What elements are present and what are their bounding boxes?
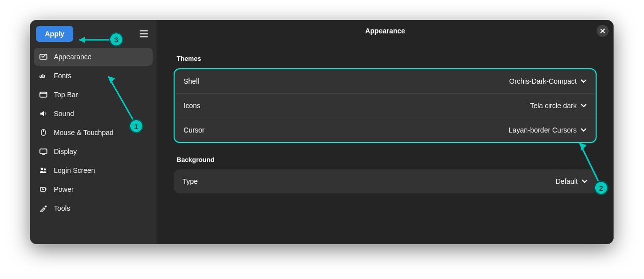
sidebar-item-label: Sound <box>54 110 74 118</box>
sidebar-item-label: Fonts <box>54 72 71 80</box>
mouse-icon <box>39 129 48 137</box>
shell-theme-row[interactable]: Shell Orchis-Dark-Compact <box>175 69 596 94</box>
sidebar-item-appearance[interactable]: Appearance <box>34 48 153 66</box>
fonts-icon: ab <box>39 72 48 80</box>
svg-text:ab: ab <box>39 73 45 79</box>
content-area: Themes Shell Orchis-Dark-Compact Icons T… <box>157 42 614 202</box>
sidebar-item-label: Login Screen <box>54 166 95 174</box>
themes-heading: Themes <box>177 55 594 62</box>
row-label: Type <box>183 177 198 185</box>
apply-button[interactable]: Apply <box>36 26 73 42</box>
svg-rect-6 <box>40 149 47 153</box>
login-icon <box>39 166 48 174</box>
close-icon <box>600 28 605 33</box>
row-value-text: Layan-border Cursors <box>509 126 577 134</box>
svg-rect-2 <box>40 92 47 97</box>
row-value-text: Orchis-Dark-Compact <box>509 77 577 85</box>
background-panel: Type Default <box>174 169 597 193</box>
sidebar-item-fonts[interactable]: ab Fonts <box>34 67 153 85</box>
sidebar-item-topbar[interactable]: Top Bar <box>34 86 153 104</box>
sidebar-item-label: Display <box>54 147 77 155</box>
sidebar-header: Apply <box>34 26 153 48</box>
sidebar-item-display[interactable]: Display <box>34 142 153 160</box>
annotation-marker-2: 2 <box>594 180 609 195</box>
sidebar-item-label: Mouse & Touchpad <box>54 129 114 137</box>
row-label: Cursor <box>184 126 205 134</box>
cursor-theme-dropdown[interactable]: Layan-border Cursors <box>509 126 587 134</box>
background-type-row[interactable]: Type Default <box>174 169 597 193</box>
display-icon <box>39 147 48 155</box>
close-button[interactable] <box>597 25 609 37</box>
hamburger-icon <box>140 30 148 37</box>
sound-icon <box>39 110 48 118</box>
row-value-text: Default <box>556 177 578 185</box>
sidebar-item-tools[interactable]: Tools <box>34 199 153 217</box>
sidebar-item-login[interactable]: Login Screen <box>34 161 153 179</box>
row-label: Icons <box>184 102 200 110</box>
chevron-down-icon <box>581 79 587 83</box>
sidebar-item-label: Appearance <box>54 53 92 61</box>
power-icon <box>39 185 48 193</box>
svg-rect-11 <box>45 188 46 190</box>
cursor-theme-row[interactable]: Cursor Layan-border Cursors <box>175 118 596 142</box>
annotation-marker-3: 3 <box>109 32 124 47</box>
chevron-down-icon <box>581 104 587 108</box>
background-heading: Background <box>177 156 594 163</box>
themes-panel: Shell Orchis-Dark-Compact Icons Tela cir… <box>174 68 597 143</box>
row-value-text: Tela circle dark <box>530 102 577 110</box>
hamburger-menu-button[interactable] <box>137 27 151 41</box>
page-title: Appearance <box>365 27 405 35</box>
main-panel: Appearance Themes Shell Orchis-Dark-Comp… <box>157 20 614 244</box>
settings-window: Apply Appearance ab Fonts Top Bar Sound <box>30 20 614 244</box>
icons-theme-row[interactable]: Icons Tela circle dark <box>175 94 596 118</box>
annotation-marker-1: 1 <box>129 119 144 134</box>
sidebar-item-power[interactable]: Power <box>34 180 153 198</box>
svg-point-9 <box>44 168 46 170</box>
chevron-down-icon <box>582 179 588 183</box>
shell-theme-dropdown[interactable]: Orchis-Dark-Compact <box>509 77 587 85</box>
row-label: Shell <box>184 77 199 85</box>
chevron-down-icon <box>581 128 587 132</box>
sidebar-item-label: Power <box>54 185 74 193</box>
sidebar-item-label: Tools <box>54 204 70 212</box>
tools-icon <box>39 204 48 212</box>
svg-point-8 <box>41 168 43 170</box>
sidebar-item-label: Top Bar <box>54 91 78 99</box>
titlebar: Appearance <box>157 20 614 42</box>
appearance-icon <box>39 53 48 61</box>
background-type-dropdown[interactable]: Default <box>556 177 588 185</box>
icons-theme-dropdown[interactable]: Tela circle dark <box>530 102 587 110</box>
topbar-icon <box>39 91 48 99</box>
